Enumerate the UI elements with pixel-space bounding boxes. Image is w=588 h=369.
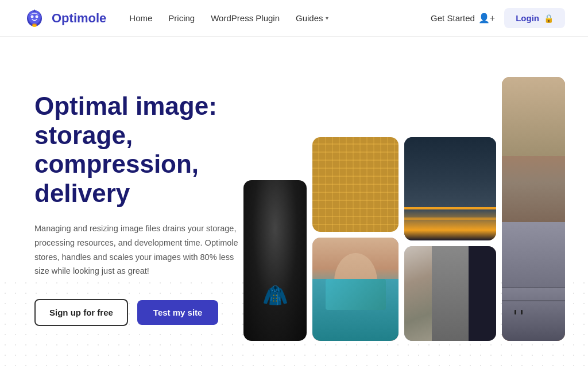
user-plus-icon: 👤+ xyxy=(478,13,495,24)
navbar: Optimole Home Pricing WordPress Plugin G… xyxy=(0,0,588,37)
hero-title: Optimal image: storage, compression, del… xyxy=(34,92,243,208)
nav-left: Optimole Home Pricing WordPress Plugin G… xyxy=(23,6,328,31)
hero-image-dark-figure: 🧥 xyxy=(243,180,307,341)
nav-links: Home Pricing WordPress Plugin Guides ▾ xyxy=(129,13,328,23)
nav-link-wordpress-plugin[interactable]: WordPress Plugin xyxy=(211,13,280,23)
image-column-4 xyxy=(502,77,565,341)
dark-figure-image: 🧥 xyxy=(243,180,307,341)
login-label: Login xyxy=(516,13,539,23)
login-button[interactable]: Login 🔒 xyxy=(504,8,565,28)
test-site-button[interactable]: Test my site xyxy=(137,300,219,325)
hero-image-train-station xyxy=(404,137,496,240)
image-column-3 xyxy=(404,137,496,341)
nav-right: Get Started 👤+ Login 🔒 xyxy=(431,8,565,28)
arch-image xyxy=(404,246,496,341)
hero-image-building xyxy=(312,137,399,232)
hero-buttons: Sign up for free Test my site xyxy=(34,299,243,326)
logo-text: Optimole xyxy=(52,11,106,26)
nav-link-guides[interactable]: Guides ▾ xyxy=(296,13,328,23)
svg-point-2 xyxy=(31,15,34,18)
book-image xyxy=(312,238,399,341)
chevron-down-icon: ▾ xyxy=(326,15,328,21)
signup-button[interactable]: Sign up for free xyxy=(34,299,128,326)
hero-image-woman-book xyxy=(312,238,399,341)
nav-link-pricing[interactable]: Pricing xyxy=(168,13,195,23)
hero-image-coastal xyxy=(502,77,565,341)
hero-image-architecture xyxy=(404,246,496,341)
get-started-label: Get Started xyxy=(431,13,475,23)
logo[interactable]: Optimole xyxy=(23,6,106,31)
svg-point-1 xyxy=(28,10,41,24)
get-started-button[interactable]: Get Started 👤+ xyxy=(431,13,495,24)
lock-icon: 🔒 xyxy=(544,14,554,23)
nav-link-home[interactable]: Home xyxy=(129,13,152,23)
svg-point-5 xyxy=(33,25,36,27)
train-image xyxy=(404,137,496,240)
building-image xyxy=(312,137,399,232)
image-column-2 xyxy=(312,137,399,341)
image-column-1: 🧥 xyxy=(243,180,307,341)
svg-point-3 xyxy=(36,15,38,18)
coastal-image xyxy=(502,77,565,341)
hero-content: Optimal image: storage, compression, del… xyxy=(34,92,243,326)
hero-section: Optimal image: storage, compression, del… xyxy=(0,37,588,369)
logo-icon xyxy=(23,6,46,31)
hero-images: 🧥 xyxy=(243,77,565,341)
hero-description: Managing and resizing image files drains… xyxy=(34,222,243,278)
